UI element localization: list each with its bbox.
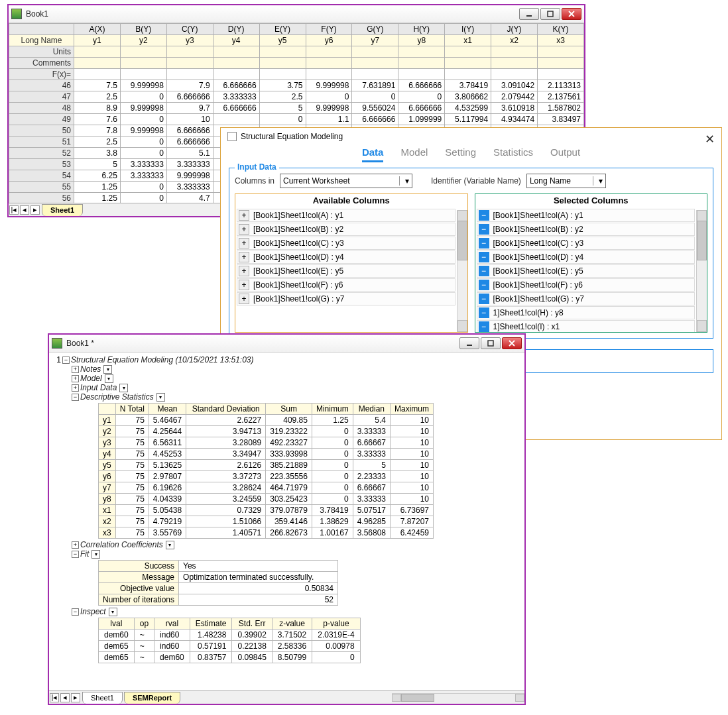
dropdown-icon[interactable]: ▾	[109, 608, 117, 616]
data-cell[interactable]	[213, 114, 259, 125]
columns-in-combo[interactable]: Current Worksheet	[280, 174, 412, 188]
col-header[interactable]: F(Y)	[306, 24, 352, 35]
data-cell[interactable]: 3.333333	[213, 91, 259, 103]
data-cell[interactable]: 3.333333	[166, 182, 213, 193]
long-name-cell[interactable]: y2	[120, 35, 166, 46]
collapse-toggle[interactable]: −	[72, 394, 79, 401]
meta-cell[interactable]	[74, 58, 121, 69]
long-name-cell[interactable]: y7	[352, 35, 398, 46]
sheet-tab-sheet1[interactable]: Sheet1	[82, 692, 123, 704]
remove-column-button[interactable]: −	[479, 280, 489, 290]
data-cell[interactable]: 2.079442	[491, 91, 538, 103]
data-cell[interactable]: 5	[74, 159, 121, 170]
close-button[interactable]	[562, 8, 581, 20]
data-cell[interactable]: 0	[120, 148, 166, 159]
data-cell[interactable]: 6.666666	[166, 125, 213, 137]
dropdown-icon[interactable]: ▾	[103, 365, 112, 374]
data-cell[interactable]: 3.83497	[538, 114, 584, 125]
tab-model[interactable]: Model	[400, 146, 428, 162]
data-cell[interactable]: 2.5	[74, 91, 121, 103]
dropdown-icon[interactable]: ▾	[156, 393, 165, 402]
data-cell[interactable]: 0	[259, 114, 306, 125]
data-cell[interactable]: 3.8	[74, 148, 121, 159]
meta-cell[interactable]	[74, 46, 121, 58]
data-cell[interactable]: 3.806662	[445, 91, 491, 103]
long-name-cell[interactable]: y4	[213, 35, 259, 46]
data-cell[interactable]: 2.113313	[538, 80, 584, 91]
data-cell[interactable]: 8.9	[74, 103, 121, 114]
data-cell[interactable]: 1.1	[306, 114, 352, 125]
meta-cell[interactable]	[352, 69, 398, 80]
data-cell[interactable]: 4.934474	[491, 114, 538, 125]
meta-cell[interactable]	[306, 58, 352, 69]
data-cell[interactable]: 0	[120, 182, 166, 193]
col-header[interactable]: A(X)	[74, 24, 121, 35]
data-cell[interactable]: 9.556024	[352, 103, 398, 114]
meta-cell[interactable]	[445, 58, 491, 69]
selected-column-item[interactable]: −[Book1]Sheet1!col(G) : y7	[477, 292, 696, 305]
data-cell[interactable]: 6.666666	[166, 91, 213, 103]
add-column-button[interactable]: +	[239, 252, 249, 262]
add-column-button[interactable]: +	[239, 294, 249, 304]
meta-cell[interactable]	[306, 46, 352, 58]
meta-cell[interactable]	[398, 69, 445, 80]
meta-cell[interactable]	[120, 46, 166, 58]
identifier-combo[interactable]: Long Name	[526, 174, 606, 188]
meta-cell[interactable]	[398, 46, 445, 58]
col-header[interactable]: K(Y)	[538, 24, 584, 35]
meta-cell[interactable]	[120, 58, 166, 69]
data-cell[interactable]: 0	[120, 193, 166, 203]
node-fit[interactable]: Fit	[80, 549, 89, 559]
tab-statistics[interactable]: Statistics	[493, 146, 533, 162]
selected-column-item[interactable]: −[Book1]Sheet1!col(D) : y4	[477, 250, 696, 264]
remove-column-button[interactable]: −	[479, 307, 489, 318]
data-cell[interactable]: 7.6	[74, 114, 121, 125]
long-name-cell[interactable]: y3	[166, 35, 213, 46]
meta-cell[interactable]	[306, 69, 352, 80]
meta-cell[interactable]	[352, 58, 398, 69]
data-cell[interactable]: 0	[352, 91, 398, 103]
data-cell[interactable]: 6.666666	[213, 80, 259, 91]
close-button[interactable]	[502, 337, 522, 349]
col-header[interactable]: H(Y)	[398, 24, 445, 35]
meta-cell[interactable]	[259, 46, 306, 58]
col-header[interactable]: G(Y)	[352, 24, 398, 35]
add-column-button[interactable]: +	[239, 238, 249, 248]
maximize-button[interactable]	[481, 337, 501, 349]
col-header[interactable]: I(Y)	[445, 24, 491, 35]
tab-data[interactable]: Data	[362, 146, 384, 162]
meta-cell[interactable]	[352, 46, 398, 58]
remove-column-button[interactable]: −	[479, 321, 489, 332]
scrollbar[interactable]	[457, 210, 467, 332]
collapse-toggle[interactable]: −	[72, 608, 79, 616]
available-column-item[interactable]: +[Book1]Sheet1!col(F) : y6	[237, 278, 455, 292]
long-name-cell[interactable]: x3	[538, 35, 584, 46]
sheet-nav-next[interactable]: ▸	[30, 205, 40, 215]
col-header[interactable]: E(Y)	[259, 24, 306, 35]
data-cell[interactable]: 1.587802	[538, 103, 584, 114]
data-cell[interactable]: 3.333333	[120, 170, 166, 182]
add-column-button[interactable]: +	[239, 280, 249, 290]
selected-column-item[interactable]: −[Book1]Sheet1!col(E) : y5	[477, 264, 696, 278]
data-cell[interactable]: 6.666666	[213, 103, 259, 114]
remove-column-button[interactable]: −	[479, 210, 489, 221]
data-cell[interactable]: 9.999998	[120, 125, 166, 137]
selected-column-item[interactable]: −[Book1]Sheet1!col(F) : y6	[477, 278, 696, 292]
data-cell[interactable]: 7.9	[166, 80, 213, 91]
meta-cell[interactable]	[213, 46, 259, 58]
data-cell[interactable]: 6.25	[74, 170, 121, 182]
node-notes[interactable]: Notes	[80, 364, 101, 374]
hscroll-track[interactable]	[401, 694, 515, 702]
close-icon[interactable]: ✕	[705, 132, 715, 146]
data-cell[interactable]: 6.666666	[352, 114, 398, 125]
data-cell[interactable]: 9.999998	[120, 80, 166, 91]
meta-cell[interactable]	[538, 58, 584, 69]
node-desc[interactable]: Descriptive Statistics	[80, 392, 154, 402]
data-cell[interactable]: 0	[306, 91, 352, 103]
meta-cell[interactable]	[491, 69, 538, 80]
data-cell[interactable]: 5	[259, 103, 306, 114]
available-column-item[interactable]: +[Book1]Sheet1!col(E) : y5	[237, 264, 455, 278]
data-cell[interactable]: 1.25	[74, 182, 121, 193]
data-cell[interactable]: 6.666666	[398, 103, 445, 114]
remove-column-button[interactable]: −	[479, 238, 489, 248]
